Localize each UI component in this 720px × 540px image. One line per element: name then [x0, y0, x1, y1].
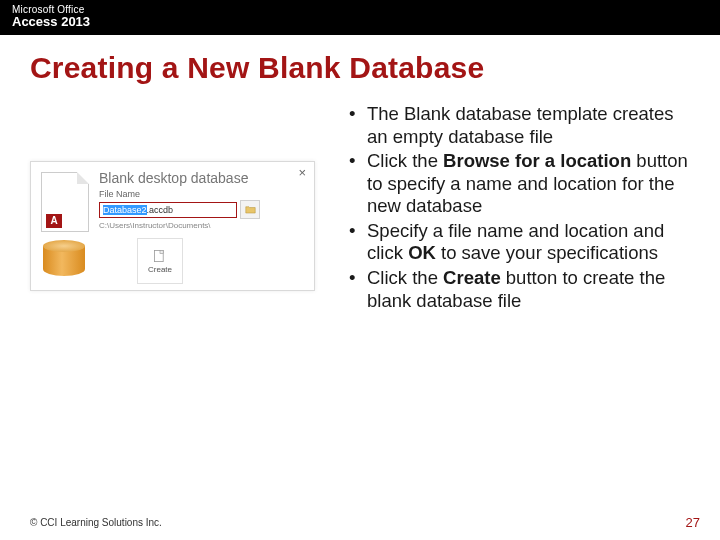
document-icon: A — [41, 172, 89, 232]
svg-rect-1 — [160, 250, 163, 253]
create-button[interactable]: Create — [137, 238, 183, 284]
filename-label: File Name — [99, 189, 304, 199]
bullet-list: The Blank database template creates an e… — [349, 103, 690, 312]
list-item: Specify a file name and location and cli… — [349, 220, 690, 265]
slide: Microsoft Office Access 2013 Creating a … — [0, 0, 720, 540]
access-badge: A — [46, 214, 62, 228]
document-small-icon — [152, 249, 168, 263]
filename-input[interactable]: Database2.accdb — [99, 202, 237, 218]
footer: © CCI Learning Solutions Inc. 27 — [0, 515, 720, 530]
close-icon[interactable]: × — [298, 166, 306, 179]
blank-db-dialog: × A Blank desktop database File Name Dat… — [30, 161, 315, 291]
page-number: 27 — [686, 515, 700, 530]
browse-button[interactable] — [240, 200, 260, 219]
database-cylinder-icon — [43, 240, 85, 282]
copyright-text: © CCI Learning Solutions Inc. — [30, 517, 162, 528]
list-item: The Blank database template creates an e… — [349, 103, 690, 148]
list-item: Click the Create button to create the bl… — [349, 267, 690, 312]
list-item: Click the Browse for a location button t… — [349, 150, 690, 218]
content-area: × A Blank desktop database File Name Dat… — [0, 93, 720, 314]
figure-column: × A Blank desktop database File Name Dat… — [30, 101, 315, 314]
bullets-column: The Blank database template creates an e… — [315, 101, 690, 314]
folder-icon — [245, 205, 256, 214]
product-label: Access 2013 — [12, 14, 708, 29]
path-text: C:\Users\Instructor\Documents\ — [99, 221, 304, 230]
create-label: Create — [148, 265, 172, 274]
header-band: Microsoft Office Access 2013 — [0, 0, 720, 35]
dialog-title: Blank desktop database — [99, 170, 304, 186]
slide-title: Creating a New Blank Database — [0, 35, 720, 93]
